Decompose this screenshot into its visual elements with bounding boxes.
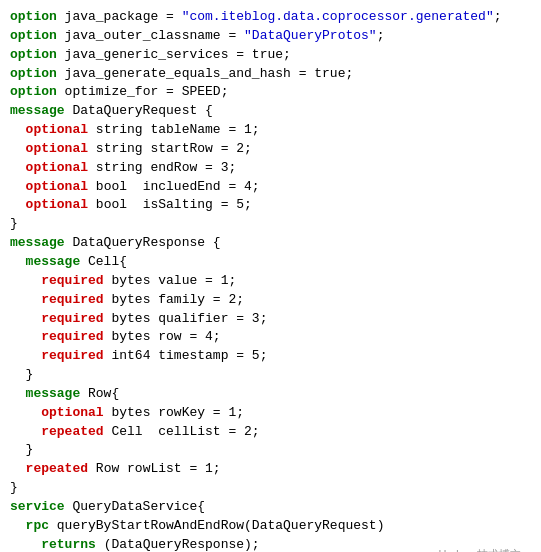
code-token: message [10, 103, 65, 118]
code-token: optimize_for = SPEED; [57, 84, 229, 99]
code-token: option [10, 28, 57, 43]
code-token [10, 461, 26, 476]
code-line: optional string tableName = 1; [10, 121, 531, 140]
code-container: option java_package = "com.iteblog.data.… [10, 8, 531, 552]
code-line: option java_generate_equals_and_hash = t… [10, 65, 531, 84]
code-token: } [10, 216, 18, 231]
code-token [10, 254, 26, 269]
code-line: message Cell{ [10, 253, 531, 272]
code-token [10, 141, 26, 156]
code-token: bytes family = 2; [104, 292, 244, 307]
code-token: optional [26, 197, 88, 212]
code-token: ; [377, 28, 385, 43]
code-token: repeated [41, 424, 103, 439]
code-token: required [41, 348, 103, 363]
code-token: } [10, 367, 33, 382]
code-line: message Row{ [10, 385, 531, 404]
code-token: option [10, 9, 57, 24]
code-token: rpc [26, 518, 49, 533]
code-line: repeated Row rowList = 1; [10, 460, 531, 479]
code-token: option [10, 47, 57, 62]
code-line: } [10, 441, 531, 460]
code-line: message DataQueryRequest { [10, 102, 531, 121]
code-token [10, 329, 41, 344]
code-token [10, 386, 26, 401]
watermark: Hadoop技术博文 [438, 547, 521, 552]
code-line: required bytes value = 1; [10, 272, 531, 291]
code-token [10, 311, 41, 326]
code-token: bytes row = 4; [104, 329, 221, 344]
code-token: DataQueryRequest { [65, 103, 213, 118]
code-line: option optimize_for = SPEED; [10, 83, 531, 102]
code-line: } [10, 366, 531, 385]
code-token: Row{ [80, 386, 119, 401]
code-line: required bytes qualifier = 3; [10, 310, 531, 329]
code-line: required bytes family = 2; [10, 291, 531, 310]
code-token: optional [41, 405, 103, 420]
code-line: message DataQueryResponse { [10, 234, 531, 253]
code-token: bytes value = 1; [104, 273, 237, 288]
code-line: optional bytes rowKey = 1; [10, 404, 531, 423]
code-token: ; [494, 9, 502, 24]
code-token: string startRow = 2; [88, 141, 252, 156]
code-token: } [10, 480, 18, 495]
code-token: "DataQueryProtos" [244, 28, 377, 43]
code-line: repeated Cell cellList = 2; [10, 423, 531, 442]
code-token [10, 348, 41, 363]
code-token: } [10, 442, 33, 457]
code-line: } [10, 215, 531, 234]
code-token: QueryDataService{ [65, 499, 205, 514]
code-token: bool incluedEnd = 4; [88, 179, 260, 194]
code-line: option java_outer_classname = "DataQuery… [10, 27, 531, 46]
code-token: optional [26, 122, 88, 137]
code-token [10, 179, 26, 194]
code-line: option java_generic_services = true; [10, 46, 531, 65]
code-token: optional [26, 179, 88, 194]
code-token: message [26, 254, 81, 269]
code-line: rpc queryByStartRowAndEndRow(DataQueryRe… [10, 517, 531, 536]
code-line: option java_package = "com.iteblog.data.… [10, 8, 531, 27]
code-token: bool isSalting = 5; [88, 197, 252, 212]
code-token: message [26, 386, 81, 401]
code-block: option java_package = "com.iteblog.data.… [10, 8, 531, 552]
code-token [10, 292, 41, 307]
code-token: int64 timestamp = 5; [104, 348, 268, 363]
code-token: required [41, 311, 103, 326]
code-token: bytes qualifier = 3; [104, 311, 268, 326]
code-token: string tableName = 1; [88, 122, 260, 137]
code-token [10, 518, 26, 533]
code-token: (DataQueryResponse); [96, 537, 260, 552]
code-token: java_package = [57, 9, 182, 24]
code-line: service QueryDataService{ [10, 498, 531, 517]
code-token [10, 160, 26, 175]
code-token: DataQueryResponse { [65, 235, 221, 250]
code-line: optional string endRow = 3; [10, 159, 531, 178]
code-token: string endRow = 3; [88, 160, 236, 175]
code-token: java_outer_classname = [57, 28, 244, 43]
code-line: required int64 timestamp = 5; [10, 347, 531, 366]
code-token [10, 197, 26, 212]
code-token: bytes rowKey = 1; [104, 405, 244, 420]
code-token [10, 122, 26, 137]
code-token [10, 537, 41, 552]
code-token: java_generate_equals_and_hash = true; [57, 66, 353, 81]
code-token: java_generic_services = true; [57, 47, 291, 62]
code-token: repeated [26, 461, 88, 476]
code-line: } [10, 479, 531, 498]
code-line: optional bool isSalting = 5; [10, 196, 531, 215]
code-token: Cell cellList = 2; [104, 424, 260, 439]
code-token: required [41, 329, 103, 344]
code-token: optional [26, 160, 88, 175]
code-token [10, 424, 41, 439]
code-token: Cell{ [80, 254, 127, 269]
code-line: optional string startRow = 2; [10, 140, 531, 159]
code-token [10, 405, 41, 420]
code-token: queryByStartRowAndEndRow(DataQueryReques… [49, 518, 384, 533]
code-token: required [41, 292, 103, 307]
code-token [10, 273, 41, 288]
code-token: "com.iteblog.data.coprocessor.generated" [182, 9, 494, 24]
code-token: service [10, 499, 65, 514]
code-token: required [41, 273, 103, 288]
code-token: returns [41, 537, 96, 552]
code-line: optional bool incluedEnd = 4; [10, 178, 531, 197]
